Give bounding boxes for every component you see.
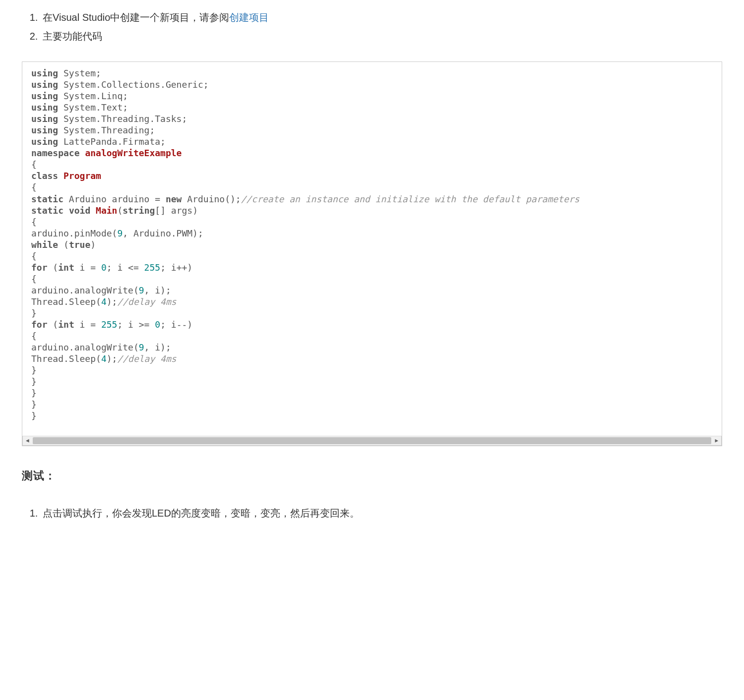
code-block: using System; using System.Collections.G…	[22, 61, 722, 446]
scrollbar-thumb[interactable]	[33, 437, 711, 444]
test-steps-list: 点击调试执行，你会发现LED的亮度变暗，变暗，变亮，然后再变回来。	[22, 504, 722, 523]
step-1-text: 在Visual Studio中创建一个新项目，请参阅	[43, 12, 229, 23]
list-item: 主要功能代码	[41, 27, 722, 46]
horizontal-scrollbar[interactable]: ◀▶	[22, 436, 722, 446]
list-item: 在Visual Studio中创建一个新项目，请参阅创建项目	[41, 8, 722, 27]
create-project-link[interactable]: 创建项目	[229, 12, 269, 23]
setup-steps-list: 在Visual Studio中创建一个新项目，请参阅创建项目 主要功能代码	[22, 8, 722, 46]
scroll-right-icon[interactable]: ▶	[713, 438, 720, 444]
test-heading: 测试：	[22, 466, 722, 486]
step-2-text: 主要功能代码	[43, 31, 102, 42]
code-content: using System; using System.Collections.G…	[31, 68, 579, 421]
test-step-1-text: 点击调试执行，你会发现LED的亮度变暗，变暗，变亮，然后再变回来。	[43, 508, 360, 519]
scroll-left-icon[interactable]: ◀	[24, 438, 31, 444]
list-item: 点击调试执行，你会发现LED的亮度变暗，变暗，变亮，然后再变回来。	[41, 504, 722, 523]
